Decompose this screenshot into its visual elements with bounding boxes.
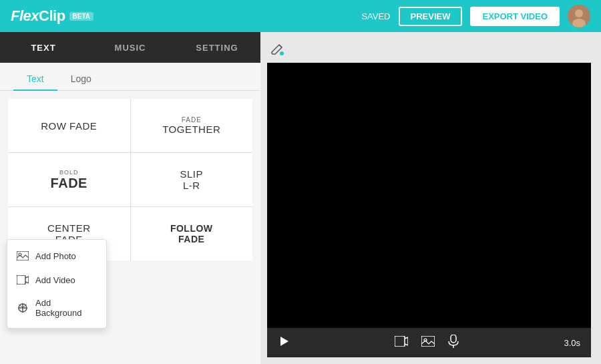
style-slip-lr[interactable]: SLIP L-R [131,153,253,206]
export-button[interactable]: EXPORT VIDEO [470,7,560,26]
fill-tool-icon[interactable] [270,42,284,60]
header-right: SAVED PREVIEW EXPORT VIDEO [361,5,590,27]
style-fade-together[interactable]: FADE TOGETHER [131,99,253,152]
style-grid: ROW FADE FADE TOGETHER BOLD FADE SLIP L-… [8,99,252,260]
saved-status: SAVED [361,11,390,21]
left-panel: TEXT MUSIC SETTING Text Logo ROW FADE FA… [0,32,260,364]
video-icon [17,274,29,286]
add-video-item[interactable]: Add Video [7,268,106,292]
sub-tab-bar: Text Logo [0,63,260,91]
video-player: 3.0s [267,63,591,357]
sub-tab-text[interactable]: Text [13,68,57,91]
add-photo-item[interactable]: Add Photo [7,244,106,268]
svg-rect-12 [451,335,456,343]
image-icon[interactable] [421,336,435,349]
beta-badge: BETA [69,12,93,21]
tab-music[interactable]: MUSIC [87,32,174,63]
style-bold-fade[interactable]: BOLD FADE [8,153,130,206]
microphone-icon[interactable] [448,335,459,351]
preview-button[interactable]: PREVIEW [399,7,463,26]
style-follow-fade[interactable]: FOLLOW FADE [131,207,253,260]
preview-toolbar [267,39,591,63]
header: FlexClip BETA SAVED PREVIEW EXPORT VIDEO [0,0,601,32]
svg-point-1 [575,9,583,17]
background-icon [17,302,29,314]
main-content: TEXT MUSIC SETTING Text Logo ROW FADE FA… [0,32,601,364]
logo-area: FlexClip BETA [11,7,93,25]
svg-rect-3 [17,251,29,260]
svg-marker-8 [280,337,288,346]
video-screen [267,63,591,328]
right-panel: 3.0s [260,32,601,364]
dropdown-menu: Add Photo Add Video Add Background [7,239,107,329]
tab-text[interactable]: TEXT [0,32,87,63]
sub-tab-logo[interactable]: Logo [57,68,105,91]
svg-rect-10 [421,336,435,347]
video-controls: 3.0s [267,328,591,357]
tab-setting[interactable]: SETTING [174,32,260,63]
video-duration: 3.0s [564,338,580,348]
logo-text: FlexClip [11,7,65,25]
video-clip-icon[interactable] [395,336,408,349]
add-video-label: Add Video [35,275,75,285]
svg-rect-5 [17,275,25,285]
svg-point-7 [280,51,284,55]
tab-bar: TEXT MUSIC SETTING [0,32,260,63]
add-background-label: Add Background [35,298,97,318]
add-photo-label: Add Photo [35,251,76,261]
style-row-fade[interactable]: ROW FADE [8,99,130,152]
photo-icon [17,250,29,262]
user-avatar[interactable] [568,5,590,27]
add-background-item[interactable]: Add Background [7,292,106,324]
play-button[interactable] [278,335,290,350]
svg-rect-9 [395,336,405,347]
